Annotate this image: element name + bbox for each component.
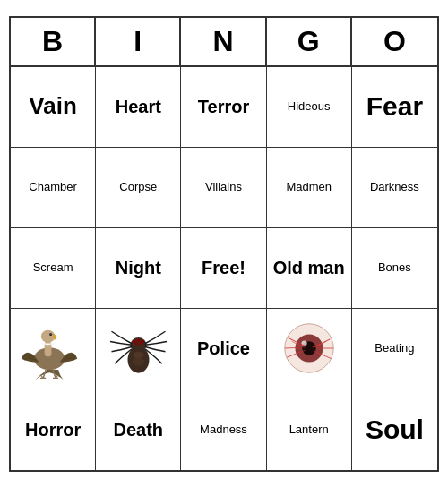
bingo-cell: Villains — [181, 148, 266, 228]
cell-label: Scream — [33, 261, 73, 275]
cell-label: Corpse — [119, 180, 157, 194]
bingo-cell: Death — [96, 389, 181, 470]
eye-icon — [273, 317, 345, 380]
bingo-cell: Corpse — [96, 148, 181, 228]
header-letter: I — [96, 18, 181, 65]
bingo-cell: Police — [181, 309, 266, 389]
cell-label: Night — [116, 257, 161, 278]
bingo-cell: Vain — [11, 67, 96, 148]
cell-label: Fear — [366, 90, 423, 123]
bingo-cell: Old man — [267, 228, 352, 309]
bingo-cell: Hideous — [267, 67, 352, 148]
cell-label: Free! — [202, 257, 246, 278]
header-letter: B — [11, 18, 96, 65]
bingo-cell: Fear — [352, 67, 437, 148]
bingo-cell: Horror — [11, 389, 96, 470]
bingo-cell: Free! — [181, 228, 266, 309]
bingo-cell: Chamber — [11, 148, 96, 228]
cell-label: Old man — [273, 257, 345, 278]
bingo-cell: Bones — [352, 228, 437, 309]
svg-point-14 — [133, 352, 143, 359]
cell-label: Villains — [205, 180, 242, 194]
bingo-card: BINGO VainHeartTerrorHideousFearChamberC… — [9, 16, 439, 472]
bingo-cell — [267, 309, 352, 389]
cell-label: Hideous — [288, 99, 331, 114]
cell-label: Madness — [200, 423, 247, 437]
cell-label: Heart — [116, 96, 161, 117]
bingo-cell: Scream — [11, 228, 96, 309]
bingo-cell: Madmen — [267, 148, 352, 228]
bingo-cell: Night — [96, 228, 181, 309]
bingo-cell — [11, 309, 96, 389]
vulture-icon — [17, 317, 89, 380]
cell-label: Darkness — [370, 180, 419, 194]
svg-point-15 — [133, 358, 145, 366]
bingo-cell: Terror — [181, 67, 266, 148]
header-letter: O — [352, 18, 437, 65]
cell-label: Chamber — [29, 180, 76, 194]
svg-point-3 — [49, 333, 52, 336]
bingo-cell: Madness — [181, 389, 266, 470]
header-letter: G — [267, 18, 352, 65]
svg-point-2 — [41, 330, 56, 343]
svg-point-10 — [136, 338, 140, 342]
bingo-cell: Soul — [352, 389, 437, 470]
bingo-header: BINGO — [11, 18, 437, 67]
header-letter: N — [181, 18, 266, 65]
svg-point-4 — [51, 334, 52, 335]
cell-label: Terror — [198, 96, 249, 117]
cell-label: Death — [114, 419, 164, 440]
svg-point-12 — [135, 342, 138, 345]
bingo-cell: Lantern — [267, 389, 352, 470]
cell-label: Bones — [378, 261, 411, 275]
bingo-cell — [96, 309, 181, 389]
cell-label: Beating — [375, 341, 414, 355]
cell-label: Horror — [25, 419, 81, 440]
bingo-grid: VainHeartTerrorHideousFearChamberCorpseV… — [11, 67, 437, 470]
cell-label: Madmen — [286, 180, 332, 194]
cell-label: Vain — [29, 92, 76, 120]
bingo-cell: Beating — [352, 309, 437, 389]
spider-icon — [105, 317, 172, 380]
cell-label: Lantern — [289, 423, 329, 437]
cell-label: Police — [197, 337, 250, 359]
cell-label: Soul — [366, 414, 424, 446]
svg-point-13 — [139, 342, 142, 345]
bingo-cell: Darkness — [352, 148, 437, 228]
bingo-cell: Heart — [96, 67, 181, 148]
